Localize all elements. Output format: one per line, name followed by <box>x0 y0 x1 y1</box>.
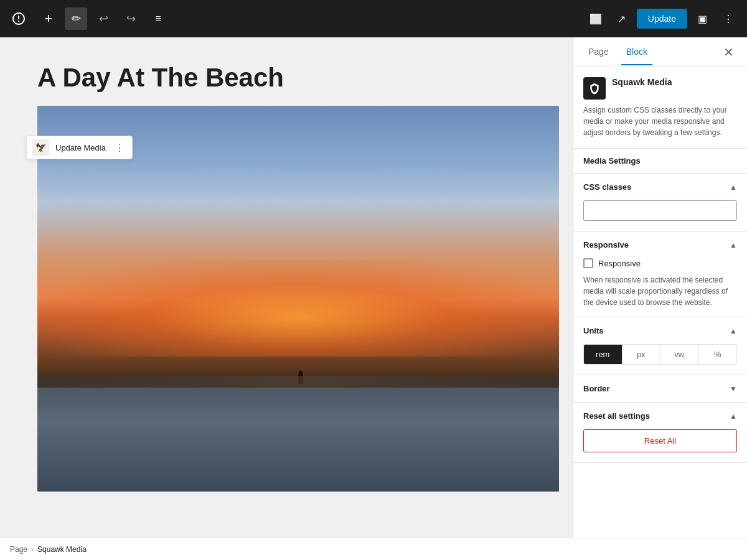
border-header[interactable]: Border ▼ <box>573 375 747 402</box>
css-classes-section: CSS classes ▲ <box>573 174 747 231</box>
border-chevron-icon: ▼ <box>730 385 737 393</box>
external-preview-button[interactable]: ↗ <box>611 7 633 30</box>
main-toolbar: + ✏ ↩ ↪ ≡ ⬜ ↗ Update ▣ ⋮ <box>0 0 747 37</box>
breadcrumb-current: Squawk Media <box>37 545 87 554</box>
more-options-button[interactable]: ⋮ <box>717 7 740 30</box>
responsive-section: Responsive ▲ Responsive When responsive … <box>573 231 747 317</box>
plugin-description: Assign custom CSS classes directly to yo… <box>583 105 737 138</box>
units-section: Units ▲ rem px vw % <box>573 317 747 375</box>
block-toolbar: 🦅 Update Media ⋮ <box>26 136 133 159</box>
css-classes-chevron-icon: ▲ <box>730 183 737 192</box>
plugin-name: Squawk Media <box>612 77 672 87</box>
plugin-icon <box>583 77 606 100</box>
add-block-button[interactable]: + <box>37 7 60 30</box>
breadcrumb-page[interactable]: Page <box>10 545 27 554</box>
reset-chevron-icon: ▲ <box>730 412 737 421</box>
beach-image <box>37 106 559 492</box>
units-header[interactable]: Units ▲ <box>573 317 747 344</box>
media-settings-title: Media Settings <box>573 149 747 174</box>
list-view-button[interactable]: ≡ <box>147 7 169 30</box>
plugin-header: Squawk Media <box>583 77 737 100</box>
css-classes-title: CSS classes <box>583 182 631 192</box>
reset-content: Reset All <box>573 429 747 462</box>
block-toolbar-label: Update Media <box>53 143 108 152</box>
block-type-icon[interactable]: 🦅 <box>32 139 49 156</box>
edit-tool-button[interactable]: ✏ <box>65 7 87 30</box>
wp-logo[interactable] <box>7 7 30 30</box>
border-section: Border ▼ <box>573 375 747 403</box>
redo-button[interactable]: ↪ <box>120 7 142 30</box>
update-button[interactable]: Update <box>637 9 687 29</box>
undo-button[interactable]: ↩ <box>92 7 115 30</box>
reset-title: Reset all settings <box>583 411 650 421</box>
css-classes-header[interactable]: CSS classes ▲ <box>573 174 747 200</box>
reset-all-button[interactable]: Reset All <box>583 429 737 452</box>
plugin-info: Squawk Media Assign custom CSS classes d… <box>573 67 747 149</box>
tab-block[interactable]: Block <box>621 39 652 65</box>
reset-section: Reset all settings ▲ Reset All <box>573 403 747 463</box>
responsive-chevron-icon: ▲ <box>730 241 737 250</box>
right-panel: Page Block ✕ Squawk Media Assign custom … <box>573 37 747 538</box>
reset-header[interactable]: Reset all settings ▲ <box>573 403 747 429</box>
responsive-description: When responsive is activated the selecte… <box>583 274 737 308</box>
panel-tabs: Page Block ✕ <box>573 37 747 67</box>
units-chevron-icon: ▲ <box>730 327 737 335</box>
panel-close-button[interactable]: ✕ <box>720 44 737 61</box>
css-classes-input[interactable] <box>583 200 737 221</box>
css-classes-content <box>573 200 747 231</box>
sidebar-toggle-button[interactable]: ▣ <box>691 7 713 30</box>
breadcrumb-bar: Page › Squawk Media <box>0 538 747 560</box>
unit-px-button[interactable]: px <box>622 345 661 364</box>
unit-vw-button[interactable]: vw <box>660 345 699 364</box>
responsive-checkbox-label: Responsive <box>598 259 641 268</box>
block-more-button[interactable]: ⋮ <box>112 140 127 155</box>
responsive-checkbox-row: Responsive <box>583 258 737 268</box>
water-layer <box>37 376 559 492</box>
unit-percent-button[interactable]: % <box>699 345 737 364</box>
responsive-checkbox[interactable] <box>583 258 593 268</box>
tab-page[interactable]: Page <box>583 39 614 65</box>
responsive-title: Responsive <box>583 240 629 250</box>
unit-rem-button[interactable]: rem <box>584 345 622 364</box>
responsive-header[interactable]: Responsive ▲ <box>573 231 747 258</box>
page-title: A Day At The Beach <box>37 62 535 93</box>
border-title: Border <box>583 384 610 393</box>
units-selector: rem px vw % <box>583 344 737 365</box>
units-content: rem px vw % <box>573 344 747 375</box>
beach-image-block[interactable] <box>37 106 559 492</box>
units-title: Units <box>583 326 604 335</box>
breadcrumb-separator: › <box>31 545 34 554</box>
responsive-content: Responsive When responsive is activated … <box>573 258 747 317</box>
beach-horizon <box>37 376 559 388</box>
main-layout: A Day At The Beach 🦅 Update Media ⋮ <box>0 37 747 538</box>
editor-area: A Day At The Beach 🦅 Update Media ⋮ <box>0 37 573 538</box>
preview-button[interactable]: ⬜ <box>585 7 607 30</box>
